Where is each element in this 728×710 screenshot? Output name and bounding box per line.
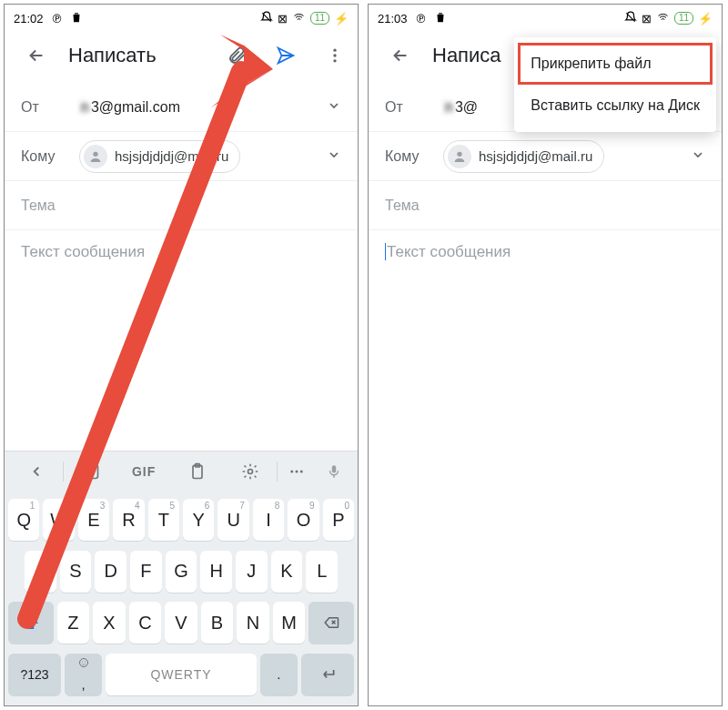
to-label: Кому xyxy=(21,148,63,165)
gif-button[interactable]: GIF xyxy=(117,464,170,479)
svg-rect-13 xyxy=(331,465,336,472)
svg-point-9 xyxy=(248,469,252,473)
signal-icon: ⊠ xyxy=(278,12,288,25)
back-button[interactable] xyxy=(383,38,418,73)
key-a[interactable]: A xyxy=(25,551,56,593)
clipboard-icon[interactable] xyxy=(170,462,223,481)
recipient-email: hsjsjdjdjdj@mail.ru xyxy=(115,148,228,164)
svg-point-17 xyxy=(457,151,461,156)
avatar-icon xyxy=(448,145,471,168)
backspace-key[interactable] xyxy=(308,602,354,644)
key-v[interactable]: V xyxy=(165,602,197,644)
more-button[interactable] xyxy=(318,38,352,73)
compose-toolbar: Написать xyxy=(5,28,358,83)
svg-point-16 xyxy=(85,661,86,662)
mic-icon[interactable] xyxy=(315,463,352,480)
numbers-key[interactable]: ?123 xyxy=(8,654,61,695)
key-e[interactable]: E3 xyxy=(78,499,109,541)
from-label: От xyxy=(385,99,427,116)
to-label: Кому xyxy=(385,148,427,165)
app-icon-p: ℗ xyxy=(51,12,63,25)
recipient-chip[interactable]: hsjsjdjdjdj@mail.ru xyxy=(443,140,604,173)
sticker-icon[interactable] xyxy=(64,462,116,481)
subject-placeholder: Тема xyxy=(385,198,420,214)
attach-button[interactable] xyxy=(219,38,254,73)
key-u[interactable]: U7 xyxy=(217,499,248,541)
key-t[interactable]: T5 xyxy=(148,499,179,541)
kb-collapse-button[interactable] xyxy=(10,463,63,480)
body-field[interactable]: Текст сообщения xyxy=(369,230,722,274)
key-g[interactable]: G xyxy=(166,551,197,593)
trash-icon xyxy=(434,11,447,26)
shift-key[interactable] xyxy=(8,602,54,644)
key-s[interactable]: S xyxy=(60,551,92,593)
svg-rect-4 xyxy=(84,464,97,478)
space-key[interactable]: QWERTY xyxy=(106,654,256,695)
svg-point-6 xyxy=(92,469,94,471)
menu-item-insert-drive[interactable]: Вставить ссылку на Диск xyxy=(514,85,716,127)
chevron-down-icon[interactable] xyxy=(327,147,341,166)
signal-icon: ⊠ xyxy=(642,12,652,25)
back-button[interactable] xyxy=(19,38,54,73)
from-value: n3@gmail.com xyxy=(79,99,310,116)
status-time: 21:02 xyxy=(14,12,44,25)
subject-field[interactable]: Тема xyxy=(5,181,358,230)
recipient-chip[interactable]: hsjsjdjdjdj@mail.ru xyxy=(79,140,240,173)
key-z[interactable]: Z xyxy=(57,602,90,644)
from-field[interactable]: От n3@gmail.com xyxy=(5,83,358,132)
to-field[interactable]: Кому hsjsjdjdjdj@mail.ru xyxy=(369,132,722,181)
period-key[interactable]: . xyxy=(260,654,298,695)
body-placeholder: Текст сообщения xyxy=(21,243,145,260)
key-q[interactable]: Q1 xyxy=(8,499,39,541)
key-f[interactable]: F xyxy=(130,551,162,593)
wifi-icon xyxy=(292,12,306,25)
to-field[interactable]: Кому hsjsjdjdjdj@mail.ru xyxy=(5,132,358,181)
key-d[interactable]: D xyxy=(95,551,126,593)
svg-point-11 xyxy=(295,470,298,472)
keyboard: GIF Q1W2E3R4T5Y6U7I8O9P0 ASDFGHJKL ZX xyxy=(5,451,358,705)
key-c[interactable]: C xyxy=(129,602,162,644)
send-button[interactable] xyxy=(268,38,303,73)
key-w[interactable]: W2 xyxy=(43,499,74,541)
app-icon-p: ℗ xyxy=(415,12,427,25)
wifi-icon xyxy=(656,12,670,25)
kb-more-icon[interactable] xyxy=(278,463,315,480)
from-label: От xyxy=(21,99,63,116)
chevron-down-icon[interactable] xyxy=(327,98,341,117)
key-y[interactable]: Y6 xyxy=(183,499,214,541)
svg-point-10 xyxy=(290,470,293,472)
recipient-email: hsjsjdjdjdj@mail.ru xyxy=(479,148,592,164)
key-r[interactable]: R4 xyxy=(113,499,144,541)
key-k[interactable]: K xyxy=(271,551,303,593)
dnd-icon xyxy=(260,11,273,26)
svg-point-2 xyxy=(333,59,336,62)
key-l[interactable]: L xyxy=(306,551,338,593)
key-n[interactable]: N xyxy=(237,602,269,644)
status-time: 21:03 xyxy=(378,12,408,25)
status-bar: 21:03 ℗ ⊠ 11 ⚡ xyxy=(369,5,722,28)
menu-item-attach-file[interactable]: Прикрепить файл xyxy=(514,43,716,85)
status-bar: 21:02 ℗ ⊠ 11 ⚡ xyxy=(5,5,358,28)
key-o[interactable]: O9 xyxy=(288,499,318,541)
attach-menu: Прикрепить файл Вставить ссылку на Диск xyxy=(514,37,716,132)
body-placeholder: Текст сообщения xyxy=(385,243,511,260)
enter-key[interactable] xyxy=(301,654,354,695)
key-b[interactable]: B xyxy=(201,602,234,644)
key-p[interactable]: P0 xyxy=(323,499,354,541)
right-screenshot: 21:03 ℗ ⊠ 11 ⚡ Написа От n3@ xyxy=(368,4,723,706)
key-h[interactable]: H xyxy=(200,551,232,593)
body-field[interactable]: Текст сообщения xyxy=(5,230,358,274)
charge-icon: ⚡ xyxy=(334,12,349,25)
chevron-down-icon[interactable] xyxy=(691,147,705,166)
svg-point-0 xyxy=(333,49,336,52)
svg-point-3 xyxy=(93,151,97,156)
left-screenshot: 21:02 ℗ ⊠ 11 ⚡ Написать xyxy=(4,4,359,706)
subject-field[interactable]: Тема xyxy=(369,181,722,230)
key-j[interactable]: J xyxy=(236,551,268,593)
settings-icon[interactable] xyxy=(224,462,277,481)
comma-key[interactable]: , xyxy=(65,654,102,695)
key-i[interactable]: I8 xyxy=(253,499,284,541)
key-x[interactable]: X xyxy=(93,602,126,644)
dnd-icon xyxy=(624,11,637,26)
key-m[interactable]: M xyxy=(273,602,306,644)
